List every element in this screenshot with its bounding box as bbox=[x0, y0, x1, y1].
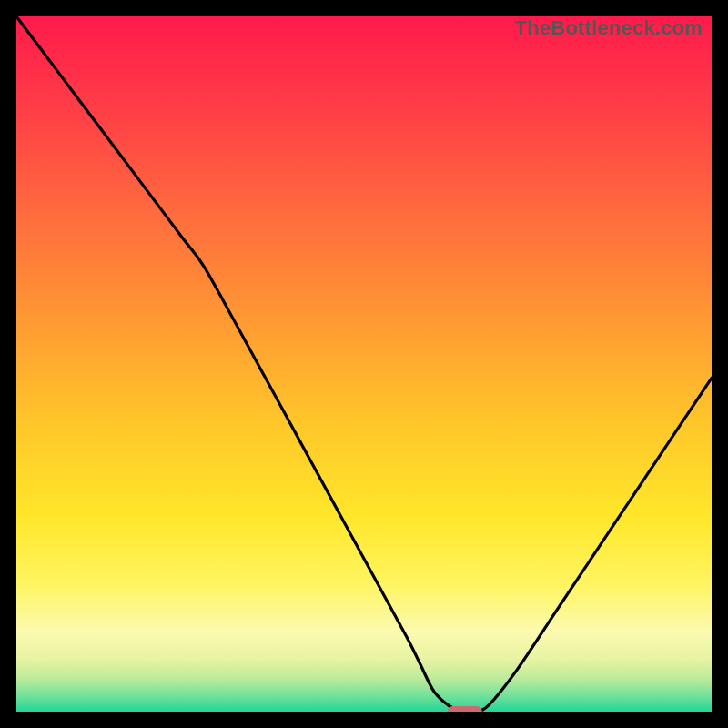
gradient-background bbox=[16, 16, 712, 712]
plot-area: TheBottleneck.com bbox=[16, 16, 712, 712]
chart-frame: TheBottleneck.com bbox=[0, 0, 728, 728]
watermark-text: TheBottleneck.com bbox=[515, 16, 703, 40]
optimal-marker bbox=[448, 706, 482, 712]
bottleneck-chart bbox=[16, 16, 712, 712]
